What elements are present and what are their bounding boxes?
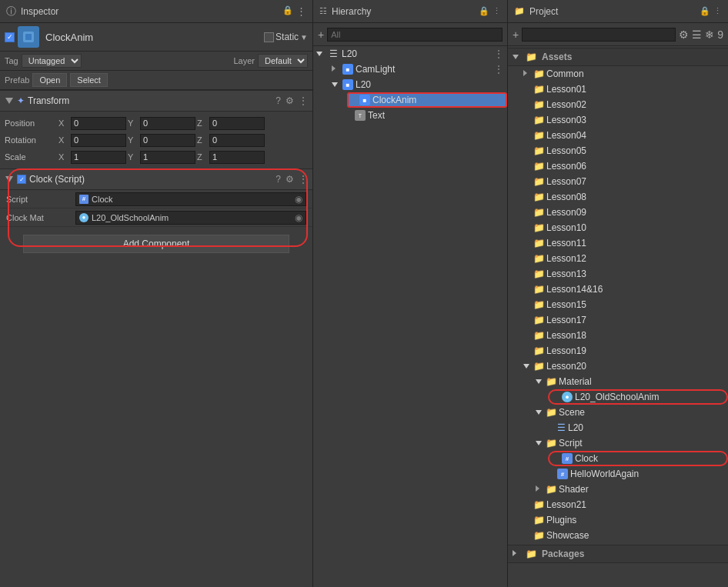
project-menu-icon[interactable]: ⋮ [713, 6, 722, 16]
project-lock-icon[interactable]: 🔒 [700, 6, 710, 16]
proj-item-lesson10[interactable]: 📁Lesson10 [508, 220, 728, 235]
proj-item-lesson21[interactable]: 📁Lesson21 [508, 497, 728, 512]
packages-expand[interactable] [513, 550, 522, 558]
hier-item-l20-child[interactable]: ■ L20 [313, 77, 507, 92]
layer-label: Layer [233, 56, 255, 65]
proj-filter3-icon[interactable]: ❄ [705, 28, 714, 41]
script-folder-icon: 📁 [545, 437, 557, 449]
proj-item-lesson09[interactable]: 📁Lesson09 [508, 205, 728, 220]
hierarchy-search[interactable] [327, 28, 503, 42]
hier-item-l20-scene[interactable]: ☰ L20 ⋮ [313, 46, 507, 62]
lesson08-icon: 📁 [533, 191, 545, 203]
select-button[interactable]: Select [70, 73, 108, 87]
proj-item-lesson01[interactable]: 📁Lesson01 [508, 82, 728, 97]
proj-item-plugins[interactable]: 📁Plugins [508, 512, 728, 528]
proj-item-common[interactable]: 📁 Common [508, 66, 728, 82]
proj-item-script-folder[interactable]: 📁 Script [508, 435, 728, 451]
proj-item-lesson20[interactable]: 📁 Lesson20 [508, 359, 728, 374]
proj-item-lesson07[interactable]: 📁Lesson07 [508, 174, 728, 189]
rot-y-input[interactable] [140, 134, 195, 147]
l20-expand-arrow[interactable] [316, 50, 327, 58]
proj-item-helloworldagain[interactable]: # HelloWorldAgain [508, 466, 728, 482]
more-icon[interactable]: ⋮ [299, 95, 308, 106]
add-component-button[interactable]: Add Component [23, 235, 289, 253]
hier-item-clockanim[interactable]: ■ ClockAnim [347, 92, 507, 108]
scale-x-input[interactable] [71, 151, 126, 164]
assets-folder-icon: 📁 [525, 51, 537, 63]
proj-item-lesson08[interactable]: 📁Lesson08 [508, 189, 728, 205]
lock-icon[interactable]: 🔒 [282, 5, 293, 17]
proj-item-lesson15[interactable]: 📁Lesson15 [508, 297, 728, 312]
clockmat-target-icon[interactable]: ◉ [295, 212, 302, 223]
pos-z-input[interactable] [209, 117, 265, 130]
proj-item-shader[interactable]: 📁 Shader [508, 482, 728, 497]
transform-title: Transform [28, 95, 272, 106]
tag-dropdown[interactable]: Untagged [22, 54, 82, 68]
lesson03-icon: 📁 [533, 114, 545, 126]
pos-y-input[interactable] [140, 117, 195, 130]
scale-z-input[interactable] [209, 151, 265, 164]
inspector-scroll: ✓ ClockAnim Static ▼ Tag Untagged Layer [0, 23, 312, 587]
hierarchy-menu-icon[interactable]: ⋮ [493, 6, 501, 16]
proj-item-scene-folder[interactable]: 📁 Scene [508, 405, 728, 420]
assets-expand[interactable] [513, 53, 522, 61]
proj-item-lesson11[interactable]: 📁Lesson11 [508, 235, 728, 251]
open-button[interactable]: Open [32, 73, 67, 87]
proj-item-showcase[interactable]: 📁Showcase [508, 528, 728, 543]
hier-camlight-dots[interactable]: ⋮ [493, 63, 504, 75]
proj-filter1-icon[interactable]: ⚙ [679, 28, 689, 41]
l20child-expand-arrow[interactable] [332, 81, 342, 88]
proj-item-lesson02[interactable]: 📁Lesson02 [508, 97, 728, 112]
clock-expand-icon[interactable] [5, 175, 14, 184]
pos-x-input[interactable] [71, 117, 126, 130]
menu-icon[interactable]: ⋮ [296, 5, 306, 17]
transform-expand-icon[interactable] [5, 96, 14, 105]
script-target-icon[interactable]: ◉ [295, 194, 302, 205]
proj-item-lesson03[interactable]: 📁Lesson03 [508, 112, 728, 128]
proj-item-lesson18[interactable]: 📁Lesson18 [508, 328, 728, 343]
rot-z-input[interactable] [209, 134, 265, 147]
proj-filter2-icon[interactable]: ☰ [692, 28, 702, 41]
proj-item-clock-cs[interactable]: # Clock [548, 451, 728, 466]
project-search[interactable] [522, 28, 676, 42]
settings-icon[interactable]: ⚙ [286, 95, 294, 106]
hierarchy-title: Hierarchy [332, 6, 371, 17]
proj-item-lesson14[interactable]: 📁Lesson14&16 [508, 282, 728, 297]
script-field-value: # Clock ◉ [75, 192, 306, 206]
help-icon[interactable]: ? [276, 95, 281, 106]
hier-item-text[interactable]: T Text [313, 108, 507, 123]
clock-more-icon[interactable]: ⋮ [299, 174, 308, 185]
lesson12-icon: 📁 [533, 252, 545, 265]
proj-item-lesson04[interactable]: 📁Lesson04 [508, 128, 728, 143]
proj-item-lesson05[interactable]: 📁Lesson05 [508, 143, 728, 158]
clockmat-field-row: Clock Mat ● L20_OldSchoolAnim ◉ [0, 208, 312, 227]
clock-settings-icon[interactable]: ⚙ [286, 174, 294, 185]
clock-help-icon[interactable]: ? [276, 174, 281, 185]
proj-item-lesson19[interactable]: 📁Lesson19 [508, 343, 728, 359]
hier-l20-scene-dots[interactable]: ⋮ [493, 48, 504, 60]
gameobject-toolbar: ✓ ClockAnim Static ▼ [0, 23, 312, 52]
proj-material-name: Material [559, 376, 592, 387]
proj-item-lesson06[interactable]: 📁Lesson06 [508, 158, 728, 174]
hier-item-camlight[interactable]: ■ CamLight ⋮ [313, 62, 507, 77]
clock-enabled-checkbox[interactable]: ✓ [17, 175, 26, 184]
proj-item-oldschoolanim[interactable]: ● L20_OldSchoolAnim [548, 389, 728, 405]
transform-header: ✦ Transform ? ⚙ ⋮ [0, 90, 312, 112]
static-dropdown-icon[interactable]: ▼ [300, 33, 308, 42]
proj-item-l20-scene-asset[interactable]: ☰ L20 [508, 420, 728, 435]
project-title: Project [529, 6, 558, 17]
proj-item-lesson17[interactable]: 📁Lesson17 [508, 312, 728, 328]
scale-y-input[interactable] [140, 151, 195, 164]
rot-x-input[interactable] [71, 134, 126, 147]
inspector-icon: ⓘ [6, 5, 16, 18]
proj-add-icon[interactable]: + [513, 28, 519, 41]
go-enabled-checkbox[interactable]: ✓ [5, 32, 15, 42]
hierarchy-lock-icon[interactable]: 🔒 [479, 6, 489, 16]
layer-dropdown[interactable]: Default [258, 54, 308, 68]
proj-item-material[interactable]: 📁 Material [508, 374, 728, 389]
proj-item-lesson12[interactable]: 📁Lesson12 [508, 251, 728, 266]
static-checkbox[interactable] [264, 32, 274, 42]
proj-filter4-icon[interactable]: 9 [717, 28, 723, 41]
proj-item-lesson13[interactable]: 📁Lesson13 [508, 266, 728, 282]
hier-add-icon[interactable]: + [318, 28, 324, 41]
